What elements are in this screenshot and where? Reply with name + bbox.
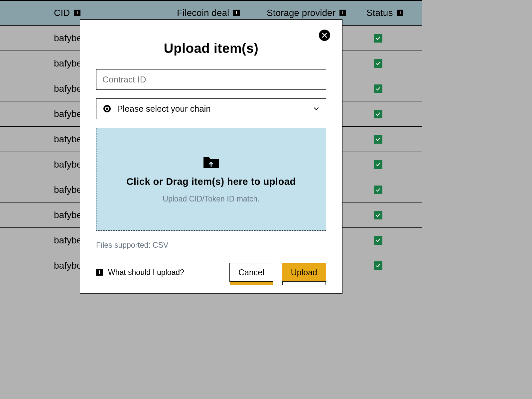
modal-title: Upload item(s)	[96, 41, 326, 56]
cell-status	[373, 135, 383, 144]
upload-dropzone[interactable]: Click or Drag item(s) here to upload Upl…	[96, 128, 326, 231]
close-button[interactable]	[319, 30, 330, 41]
help-link-label: What should I upload?	[108, 268, 184, 277]
dropzone-subtitle: Upload CID/Token ID match.	[163, 195, 259, 203]
folder-upload-icon	[203, 155, 219, 169]
column-label: CID	[54, 8, 70, 18]
chain-icon	[103, 105, 111, 113]
help-link[interactable]: i What should I upload?	[96, 268, 184, 277]
cell-status	[373, 236, 383, 245]
cell-status	[373, 34, 383, 43]
info-icon[interactable]: i	[339, 10, 346, 16]
column-header-storage-provider: Storage provider i	[267, 8, 366, 18]
upload-modal: Upload item(s) Please select your chain …	[80, 19, 342, 294]
status-ok-icon	[374, 261, 382, 270]
files-supported-label: Files supported: CSV	[96, 241, 326, 250]
cell-status	[373, 211, 383, 219]
status-ok-icon	[374, 110, 382, 118]
modal-footer: i What should I upload? Cancel Upload	[96, 263, 326, 282]
column-header-cid: CID i	[54, 8, 177, 18]
info-icon[interactable]: i	[233, 10, 240, 16]
chain-select-label: Please select your chain	[117, 104, 307, 114]
chain-select[interactable]: Please select your chain	[96, 98, 326, 119]
cell-status	[373, 110, 383, 118]
status-ok-icon	[374, 59, 382, 68]
info-icon[interactable]: i	[74, 10, 80, 16]
cancel-button[interactable]: Cancel	[229, 263, 273, 282]
chevron-down-icon	[313, 106, 319, 112]
status-ok-icon	[374, 34, 382, 43]
info-icon: i	[96, 269, 103, 276]
status-ok-icon	[374, 84, 382, 93]
column-label: Filecoin deal	[177, 8, 229, 18]
column-header-filecoin-deal: Filecoin deal i	[177, 8, 267, 18]
column-label: Storage provider	[267, 8, 335, 18]
status-ok-icon	[374, 211, 382, 219]
upload-button[interactable]: Upload	[282, 263, 326, 282]
cell-status	[373, 59, 383, 68]
cell-status	[373, 160, 383, 169]
status-ok-icon	[374, 135, 382, 144]
cell-status	[373, 261, 383, 270]
close-icon	[322, 33, 327, 38]
status-ok-icon	[374, 236, 382, 245]
dropzone-title: Click or Drag item(s) here to upload	[126, 176, 296, 187]
column-label: Status	[366, 8, 393, 18]
cell-status	[373, 84, 383, 93]
status-ok-icon	[374, 186, 382, 194]
contract-id-input[interactable]	[96, 69, 326, 90]
cell-status	[373, 186, 383, 194]
info-icon[interactable]: i	[397, 10, 403, 16]
status-ok-icon	[374, 160, 382, 169]
column-header-status: Status i	[366, 8, 403, 18]
